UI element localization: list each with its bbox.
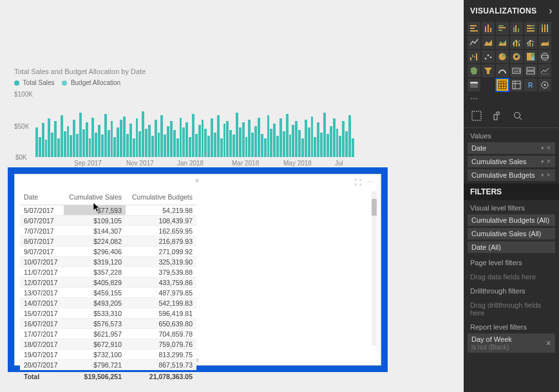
bar[interactable] bbox=[327, 134, 329, 157]
cell-cum-budgets[interactable]: 379,539.88 bbox=[126, 267, 196, 277]
clustered-bar-icon[interactable] bbox=[496, 22, 509, 35]
bar[interactable] bbox=[111, 121, 113, 157]
hundred-stacked-column-icon[interactable] bbox=[538, 22, 551, 35]
cell-cum-sales[interactable]: $144,307 bbox=[64, 226, 126, 236]
bar[interactable] bbox=[113, 137, 116, 157]
stacked-area-icon[interactable] bbox=[496, 36, 509, 49]
cell-cum-sales[interactable]: $533,310 bbox=[64, 308, 126, 319]
remove-filter-icon[interactable]: ✕ bbox=[545, 339, 551, 348]
funnel-icon[interactable] bbox=[482, 64, 495, 77]
bar[interactable] bbox=[70, 135, 72, 157]
cell-cum-budgets[interactable]: 325,319.90 bbox=[126, 257, 196, 267]
bar[interactable] bbox=[236, 113, 238, 157]
cell-cum-budgets[interactable]: 867,519.73 bbox=[126, 360, 196, 370]
treemap-icon[interactable] bbox=[524, 50, 537, 63]
cell-date[interactable]: 14/07/2017 bbox=[20, 298, 64, 308]
cell-cum-budgets[interactable]: 650,639.80 bbox=[126, 319, 196, 329]
vlf-cum-sales[interactable]: Cumulative Sales (All) bbox=[468, 228, 555, 239]
format-tab-icon[interactable] bbox=[491, 109, 504, 122]
bar[interactable] bbox=[352, 138, 354, 157]
bar[interactable] bbox=[195, 134, 198, 157]
bar[interactable] bbox=[151, 136, 154, 157]
table-row[interactable]: 20/07/2017$798,721867,519.73 bbox=[20, 360, 196, 370]
bar[interactable] bbox=[189, 137, 191, 157]
bar[interactable] bbox=[202, 120, 204, 157]
bar[interactable] bbox=[261, 134, 263, 157]
bar[interactable] bbox=[142, 111, 144, 157]
cell-cum-sales[interactable]: $672,910 bbox=[64, 339, 126, 350]
cell-cum-sales[interactable]: $224,082 bbox=[64, 236, 126, 247]
area-chart-icon[interactable] bbox=[482, 36, 495, 49]
stacked-column-icon[interactable] bbox=[482, 22, 495, 35]
analytics-tab-icon[interactable] bbox=[511, 109, 524, 122]
bar[interactable] bbox=[273, 124, 276, 157]
bar[interactable] bbox=[336, 129, 339, 157]
cell-cum-sales[interactable]: $621,957 bbox=[64, 329, 126, 339]
data-table[interactable]: Date Cumulative Sales Cumulative Budgets… bbox=[20, 191, 196, 382]
table-visual[interactable]: ≡ ≡ ⛶ ⋯ Date Cumulative Sales Cumulative… bbox=[14, 174, 381, 366]
focus-mode-icon[interactable]: ⛶ bbox=[354, 178, 361, 186]
col-cum-sales[interactable]: Cumulative Sales bbox=[64, 191, 126, 205]
bar[interactable] bbox=[61, 115, 63, 157]
cell-cum-budgets[interactable]: 759,079.76 bbox=[126, 339, 196, 350]
rlf-day-of-week[interactable]: Day of Week is not (Blank) ✕ bbox=[468, 333, 555, 353]
plf-dropzone[interactable]: Drag data fields here bbox=[464, 269, 559, 283]
table-row[interactable]: 13/07/2017$459,155487,979.85 bbox=[20, 288, 196, 298]
bar[interactable] bbox=[295, 121, 298, 157]
cell-cum-budgets[interactable]: 162,659.95 bbox=[126, 226, 196, 236]
stacked-bar-icon[interactable] bbox=[468, 22, 480, 35]
drag-handle-top[interactable]: ≡ bbox=[196, 177, 200, 184]
bar[interactable] bbox=[280, 118, 282, 157]
cell-cum-budgets[interactable]: 271,099.92 bbox=[126, 247, 196, 257]
cell-date[interactable]: 5/07/2017 bbox=[20, 205, 64, 216]
bar[interactable] bbox=[120, 120, 122, 157]
bar[interactable] bbox=[239, 127, 242, 157]
bar[interactable] bbox=[330, 126, 332, 157]
map-icon[interactable] bbox=[538, 50, 551, 63]
bar[interactable] bbox=[164, 135, 166, 157]
pie-chart-icon[interactable] bbox=[496, 50, 509, 63]
cell-cum-sales[interactable]: $459,155 bbox=[64, 288, 126, 298]
cell-date[interactable]: 11/07/2017 bbox=[20, 267, 64, 277]
bar[interactable] bbox=[342, 121, 345, 157]
bar[interactable] bbox=[51, 133, 53, 157]
line-chart-icon[interactable] bbox=[468, 36, 480, 49]
bar[interactable] bbox=[323, 113, 326, 157]
bar[interactable] bbox=[223, 124, 226, 157]
bar[interactable] bbox=[117, 127, 119, 157]
table-row[interactable]: 16/07/2017$576,573650,639.80 bbox=[20, 319, 196, 329]
cell-cum-sales[interactable]: $319,120 bbox=[64, 257, 126, 267]
field-cum-budgets[interactable]: Cumulative Budgets▾✕ bbox=[468, 169, 555, 181]
fields-tab-icon[interactable] bbox=[470, 109, 483, 122]
bar[interactable] bbox=[155, 120, 157, 157]
bar[interactable] bbox=[248, 120, 251, 157]
cell-date[interactable]: 9/07/2017 bbox=[20, 247, 64, 257]
cell-cum-budgets[interactable]: 813,299.75 bbox=[126, 350, 196, 360]
bar[interactable] bbox=[79, 113, 82, 157]
field-cum-sales[interactable]: Cumulative Sales▾✕ bbox=[468, 156, 555, 167]
bar[interactable] bbox=[101, 135, 104, 157]
table-row[interactable]: 9/07/2017$296,406271,099.92 bbox=[20, 247, 196, 257]
table-row[interactable]: 17/07/2017$621,957704,859.78 bbox=[20, 329, 196, 339]
field-date[interactable]: Date▾✕ bbox=[468, 142, 555, 154]
dtf-dropzone[interactable]: Drag drillthrough fields here bbox=[464, 297, 559, 319]
bar[interactable] bbox=[333, 118, 336, 157]
cell-date[interactable]: 19/07/2017 bbox=[20, 350, 64, 360]
bar[interactable] bbox=[158, 133, 160, 157]
cell-date[interactable]: 16/07/2017 bbox=[20, 319, 64, 329]
bar[interactable] bbox=[270, 129, 272, 157]
slicer-icon[interactable] bbox=[468, 79, 480, 91]
bar[interactable] bbox=[185, 122, 188, 157]
cell-date[interactable]: 18/07/2017 bbox=[20, 339, 64, 350]
table-row[interactable]: 15/07/2017$533,310596,419.81 bbox=[20, 308, 196, 319]
bar[interactable] bbox=[176, 138, 179, 157]
bar[interactable] bbox=[126, 134, 129, 157]
bar[interactable] bbox=[245, 137, 248, 157]
bar[interactable] bbox=[254, 126, 257, 157]
cell-cum-sales[interactable]: $732,100 bbox=[64, 350, 126, 360]
cell-date[interactable]: 17/07/2017 bbox=[20, 329, 64, 339]
bar[interactable] bbox=[192, 114, 194, 157]
clustered-column-icon[interactable] bbox=[510, 22, 523, 35]
kpi-icon[interactable] bbox=[538, 64, 551, 77]
bar[interactable] bbox=[57, 138, 60, 157]
